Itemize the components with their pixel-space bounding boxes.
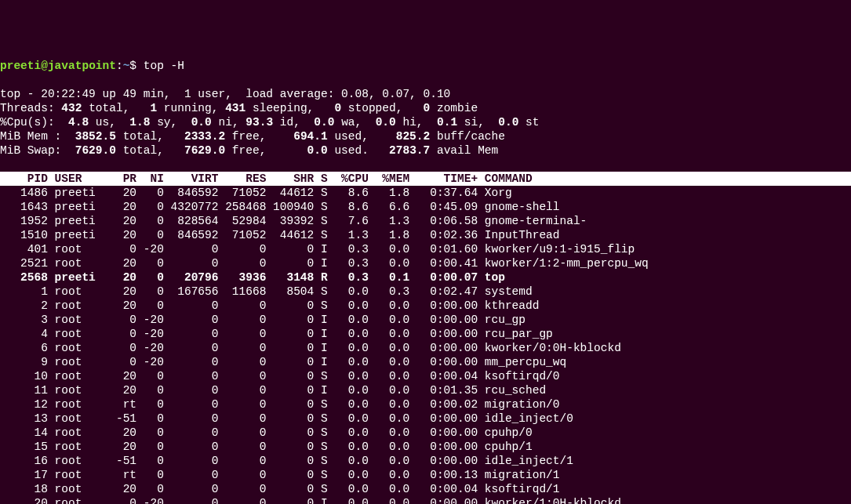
process-row: 2568 preeti 20 0 20796 3936 3148 R 0.3 0… xyxy=(0,271,505,284)
process-row: 2521 root 20 0 0 0 0 I 0.3 0.0 0:00.41 k… xyxy=(0,257,649,270)
process-row: 12 root rt 0 0 0 0 S 0.0 0.0 0:00.02 mig… xyxy=(0,398,560,411)
process-row: 4 root 0 -20 0 0 0 I 0.0 0.0 0:00.00 rcu… xyxy=(0,328,553,340)
process-row: 20 root 0 -20 0 0 0 I 0.0 0.0 0:00.00 kw… xyxy=(0,497,621,504)
prompt-host: javatpoint xyxy=(48,60,116,72)
summary-line1: top - 20:22:49 up 49 min, 1 user, load a… xyxy=(0,88,450,100)
process-row: 1486 preeti 20 0 846592 71052 44612 S 8.… xyxy=(0,187,512,199)
process-row: 13 root -51 0 0 0 0 S 0.0 0.0 0:00.00 id… xyxy=(0,412,573,425)
blank-line xyxy=(0,158,851,172)
prompt-dollar: $ xyxy=(129,60,143,72)
process-row: 11 root 20 0 0 0 0 I 0.0 0.0 0:01.35 rcu… xyxy=(0,384,546,397)
process-row: 6 root 0 -20 0 0 0 I 0.0 0.0 0:00.00 kwo… xyxy=(0,342,621,354)
process-row: 1510 preeti 20 0 846592 71052 44612 S 1.… xyxy=(0,229,560,241)
process-list: 1486 preeti 20 0 846592 71052 44612 S 8.… xyxy=(0,186,851,504)
process-row: 16 root -51 0 0 0 0 S 0.0 0.0 0:00.00 id… xyxy=(0,455,573,467)
process-row: 15 root 20 0 0 0 0 S 0.0 0.0 0:00.00 cpu… xyxy=(0,441,533,453)
summary-swap: MiB Swap: 7629.0 total, 7629.0 free, 0.0… xyxy=(0,144,498,157)
prompt-user: preeti xyxy=(0,60,41,72)
process-row: 1 root 20 0 167656 11668 8504 S 0.0 0.3 … xyxy=(0,285,533,298)
terminal-output[interactable]: preeti@javatpoint:~$ top -H top - 20:22:… xyxy=(0,59,851,504)
prompt-colon: : xyxy=(116,60,123,72)
process-row: 10 root 20 0 0 0 0 S 0.0 0.0 0:00.04 kso… xyxy=(0,370,560,383)
process-header: PID USER PR NI VIRT RES SHR S %CPU %MEM … xyxy=(0,172,851,186)
summary-mem: MiB Mem : 3852.5 total, 2333.2 free, 694… xyxy=(0,130,505,143)
summary-threads: Threads: 432 total, 1 running, 431 sleep… xyxy=(0,102,478,114)
process-row: 3 root 0 -20 0 0 0 I 0.0 0.0 0:00.00 rcu… xyxy=(0,314,526,326)
blank-line xyxy=(0,73,851,87)
process-row: 18 root 20 0 0 0 0 S 0.0 0.0 0:00.04 kso… xyxy=(0,483,560,495)
command-text: top -H xyxy=(144,60,184,72)
prompt-line: preeti@javatpoint:~$ top -H xyxy=(0,60,184,72)
process-row: 17 root rt 0 0 0 0 S 0.0 0.0 0:00.13 mig… xyxy=(0,469,560,481)
summary-cpu: %Cpu(s): 4.8 us, 1.8 sy, 0.0 ni, 93.3 id… xyxy=(0,116,540,129)
process-row: 401 root 0 -20 0 0 0 I 0.3 0.0 0:01.60 k… xyxy=(0,243,635,256)
process-row: 14 root 20 0 0 0 0 S 0.0 0.0 0:00.00 cpu… xyxy=(0,426,533,439)
process-row: 1643 preeti 20 0 4320772 258468 100940 S… xyxy=(0,201,560,213)
prompt-at: @ xyxy=(41,60,48,72)
process-row: 2 root 20 0 0 0 0 S 0.0 0.0 0:00.00 kthr… xyxy=(0,299,539,312)
process-row: 1952 preeti 20 0 828564 52984 39392 S 7.… xyxy=(0,215,587,227)
process-row: 9 root 0 -20 0 0 0 I 0.0 0.0 0:00.00 mm_… xyxy=(0,356,566,368)
